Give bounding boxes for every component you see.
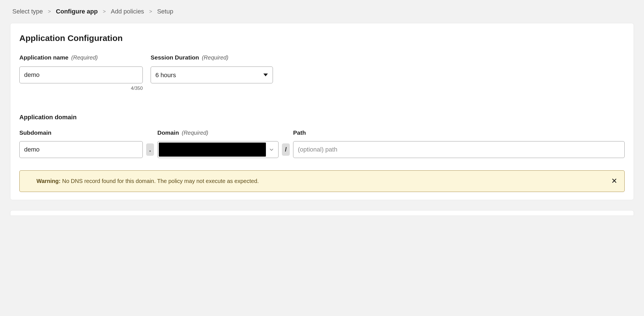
- application-name-input[interactable]: [19, 67, 143, 83]
- label-text: Subdomain: [19, 129, 51, 136]
- breadcrumb-step-select-type[interactable]: Select type: [12, 8, 43, 15]
- path-label: Path: [293, 129, 625, 136]
- session-duration-select[interactable]: 6 hours: [151, 67, 273, 83]
- chevron-right-icon: >: [103, 9, 106, 15]
- breadcrumb-step-configure-app[interactable]: Configure app: [56, 8, 98, 15]
- domain-value-redacted: [159, 143, 266, 157]
- label-text: Path: [293, 129, 306, 136]
- alert-text: Warning: No DNS record found for this do…: [26, 178, 605, 184]
- breadcrumb-step-add-policies[interactable]: Add policies: [111, 8, 144, 15]
- label-text: Domain: [157, 129, 179, 136]
- slash-separator: /: [282, 143, 290, 156]
- subdomain-label: Subdomain: [19, 129, 143, 136]
- domain-select[interactable]: [157, 141, 279, 158]
- application-domain-title: Application domain: [19, 114, 625, 121]
- subdomain-input[interactable]: [19, 141, 143, 158]
- required-tag: (Required): [202, 54, 228, 61]
- label-text: Application name: [19, 54, 68, 61]
- chevron-down-icon: [266, 147, 277, 152]
- application-name-label: Application name (Required): [19, 54, 143, 61]
- next-card-peek: [10, 210, 634, 216]
- char-counter: 4/350: [19, 86, 143, 91]
- domain-label: Domain (Required): [157, 129, 279, 136]
- breadcrumb: Select type > Configure app > Add polici…: [10, 0, 634, 23]
- chevron-right-icon: >: [149, 9, 152, 15]
- alert-message: No DNS record found for this domain. The…: [61, 178, 259, 184]
- breadcrumb-step-setup[interactable]: Setup: [157, 8, 173, 15]
- label-text: Session Duration: [151, 54, 199, 61]
- warning-alert: Warning: No DNS record found for this do…: [19, 170, 625, 192]
- chevron-right-icon: >: [48, 9, 51, 15]
- required-tag: (Required): [71, 54, 98, 61]
- alert-close-button[interactable]: [611, 177, 618, 186]
- session-duration-label: Session Duration (Required): [151, 54, 273, 61]
- alert-prefix: Warning:: [36, 178, 61, 184]
- configuration-card: Application Configuration Application na…: [10, 23, 634, 200]
- required-tag: (Required): [182, 130, 208, 136]
- card-title: Application Configuration: [19, 33, 625, 43]
- close-icon: [612, 178, 617, 184]
- path-input[interactable]: [293, 141, 625, 158]
- dot-separator: .: [146, 143, 154, 156]
